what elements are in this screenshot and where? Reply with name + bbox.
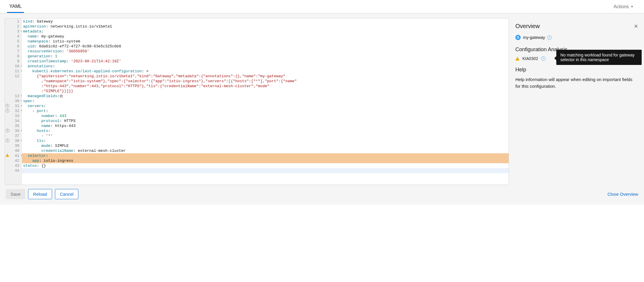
help-title: Help	[515, 67, 638, 73]
gutter-line: 5	[5, 39, 22, 44]
info-icon[interactable]: i	[541, 56, 545, 61]
code-line[interactable]	[22, 168, 509, 173]
fold-toggle-icon[interactable]: ▾	[21, 64, 22, 69]
fold-toggle-icon[interactable]: ▾	[21, 109, 22, 114]
fold-toggle-icon[interactable]: ▾	[21, 138, 22, 143]
code-line[interactable]: hosts:	[22, 128, 509, 133]
yaml-editor[interactable]: 123▾45678910▾11▾1213▾30▾31▾i32▾i33343536…	[5, 18, 509, 185]
overview-panel: Overview ✕ G my-gateway i Configuration …	[514, 18, 639, 185]
gutter-line: 10▾	[5, 64, 22, 69]
gutter-line: 34	[5, 118, 22, 123]
code-line[interactable]: name: my-gateway	[22, 34, 509, 39]
code-line[interactable]: tls:	[22, 138, 509, 143]
gutter-line: 35	[5, 123, 22, 128]
info-marker-icon[interactable]: i	[6, 139, 9, 142]
gutter-line: 38▾i	[5, 138, 22, 143]
gutter-line: 11▾	[5, 69, 22, 74]
info-icon[interactable]: i	[547, 35, 552, 40]
close-icon[interactable]: ✕	[634, 23, 638, 30]
gutter-line: 31▾i	[5, 104, 22, 109]
code-line[interactable]: resourceVersion: '36056950'	[22, 49, 509, 54]
gutter-line: 33	[5, 114, 22, 118]
gutter-line: 40	[5, 148, 22, 153]
gutter-line	[5, 84, 22, 89]
warning-marker-icon[interactable]	[6, 154, 9, 157]
fold-toggle-icon[interactable]: ▾	[21, 104, 22, 109]
info-marker-icon[interactable]: i	[6, 104, 9, 108]
chevron-down-icon: ▼	[631, 5, 633, 8]
fold-toggle-icon[interactable]: ▾	[21, 128, 22, 133]
fold-toggle-icon[interactable]: ▾	[21, 69, 22, 74]
gutter-line: 41▾	[5, 153, 22, 158]
gutter-line: 13▾	[5, 94, 22, 99]
gutter-line: 9	[5, 59, 22, 64]
code-line[interactable]: uid: 6da61c02-ef72-4727-8c98-63e5c325c0b…	[22, 44, 509, 49]
code-line[interactable]: servers:	[22, 104, 509, 109]
gutter-line: 6	[5, 44, 22, 49]
fold-toggle-icon[interactable]: ▾	[21, 153, 22, 158]
fold-toggle-icon[interactable]: ▾	[21, 29, 22, 34]
gutter-line: 8	[5, 54, 22, 59]
code-line[interactable]: :"https-443","number":443,"protocol":"HT…	[22, 84, 509, 89]
gutter-line: 32▾i	[5, 109, 22, 114]
help-text: Help information will appear when editin…	[515, 76, 638, 90]
overview-title: Overview	[515, 23, 540, 30]
code-line[interactable]: status: {}	[22, 163, 509, 168]
code-line[interactable]: namespace: istio-system	[22, 39, 509, 44]
fold-toggle-icon[interactable]: ▾	[21, 94, 22, 99]
gutter-line: 39	[5, 143, 22, 148]
code-line[interactable]: selector:	[22, 153, 509, 158]
warning-icon	[515, 57, 519, 61]
gutter-line: 44	[5, 168, 22, 173]
code-line[interactable]: protocol: HTTPS	[22, 118, 509, 123]
code-line[interactable]: {"apiVersion":"networking.istio.io/v1bet…	[22, 74, 509, 79]
analysis-code: KIA0302	[522, 56, 538, 61]
code-line[interactable]: ,"namespace":"istio-system"},"spec":{"se…	[22, 79, 509, 84]
code-line[interactable]: annotations:	[22, 64, 509, 69]
code-line[interactable]: kind: Gateway	[22, 19, 509, 24]
code-line[interactable]: spec:	[22, 99, 509, 104]
editor-gutter: 123▾45678910▾11▾1213▾30▾31▾i32▾i33343536…	[5, 18, 22, 185]
gutter-line: 36▾i	[5, 128, 22, 133]
cancel-button[interactable]: Cancel	[55, 189, 79, 199]
code-line[interactable]: metadata:	[22, 29, 509, 34]
gateway-badge-icon: G	[515, 35, 521, 40]
tab-yaml[interactable]: YAML	[7, 0, 24, 13]
actions-label: Actions	[614, 4, 629, 9]
code-line[interactable]: managedFields:↔	[22, 94, 509, 99]
editor-code[interactable]: kind: GatewayapiVersion: networking.isti…	[22, 18, 509, 185]
gutter-line: 4	[5, 34, 22, 39]
save-button[interactable]: Save	[6, 189, 25, 199]
code-line[interactable]: credentialName: external-mesh-cluster	[22, 148, 509, 153]
reload-button[interactable]: Reload	[28, 189, 52, 199]
gutter-line: 1	[5, 19, 22, 24]
gutter-line: 7	[5, 49, 22, 54]
gutter-line: 37	[5, 133, 22, 138]
code-line[interactable]: apiVersion: networking.istio.io/v1beta1	[22, 24, 509, 29]
code-line[interactable]: app: istio-ingress	[22, 158, 509, 163]
code-line[interactable]: mode: SIMPLE	[22, 143, 509, 148]
code-line[interactable]: name: https-443	[22, 123, 509, 128]
code-line[interactable]: generation: 1	[22, 54, 509, 59]
analysis-tooltip: No matching workload found for gateway s…	[556, 50, 642, 65]
fold-toggle-icon[interactable]: ▾	[21, 99, 22, 104]
gutter-line	[5, 79, 22, 84]
gutter-line: 2	[5, 24, 22, 29]
gutter-line: 12	[5, 74, 22, 79]
actions-menu[interactable]: Actions ▼	[610, 2, 637, 11]
info-marker-icon[interactable]: i	[6, 129, 9, 133]
gutter-line: 30▾	[5, 99, 22, 104]
code-line[interactable]: number: 443	[22, 114, 509, 118]
code-line[interactable]: creationTimestamp: '2023-08-21T14:42:18Z…	[22, 59, 509, 64]
close-overview-button[interactable]: Close Overview	[607, 192, 638, 197]
code-line[interactable]: - port:	[22, 109, 509, 114]
info-marker-icon[interactable]: i	[6, 109, 9, 113]
code-line[interactable]: kubectl.kubernetes.io/last-applied-confi…	[22, 69, 509, 74]
gutter-line: 3▾	[5, 29, 22, 34]
code-line[interactable]: - '*'	[22, 133, 509, 138]
gutter-line: 42	[5, 158, 22, 163]
collapsed-indicator-icon[interactable]: ↔	[60, 94, 63, 98]
gutter-line: 43	[5, 163, 22, 168]
code-line[interactable]: :"SIMPLE"}}]}}	[22, 89, 509, 94]
gutter-line	[5, 89, 22, 94]
